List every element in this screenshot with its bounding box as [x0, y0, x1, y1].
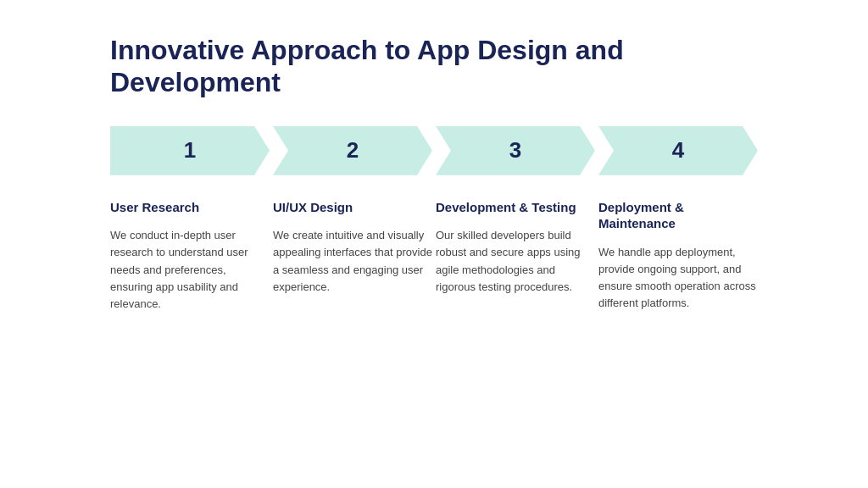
step-desc-3: Our skilled developers build robust and … — [436, 227, 595, 296]
page: Innovative Approach to App Design and De… — [0, 0, 868, 488]
step-desc-4: We handle app deployment, provide ongoin… — [598, 244, 758, 313]
step-desc-2: We create intuitive and visually appeali… — [273, 227, 432, 296]
step-content-4: Deployment & Maintenance We handle app d… — [598, 192, 758, 313]
step-desc-1: We conduct in-depth user research to und… — [110, 227, 270, 313]
arrows-row: 1 2 3 4 — [110, 126, 758, 175]
step-title-4: Deployment & Maintenance — [598, 199, 758, 232]
step-arrow-3: 3 — [436, 126, 595, 175]
step-title-3: Development & Testing — [436, 199, 595, 216]
step-number-3: 3 — [509, 137, 521, 164]
step-title-1: User Research — [110, 199, 270, 216]
step-number-1: 1 — [184, 137, 196, 164]
step-number-4: 4 — [672, 137, 684, 164]
step-arrow-4: 4 — [598, 126, 758, 175]
step-arrow-1: 1 — [110, 126, 270, 175]
content-row: User Research We conduct in-depth user r… — [110, 192, 758, 313]
page-title: Innovative Approach to App Design and De… — [110, 34, 758, 99]
step-number-2: 2 — [347, 137, 359, 164]
step-arrow-2: 2 — [273, 126, 432, 175]
step-content-3: Development & Testing Our skilled develo… — [436, 192, 595, 313]
step-content-1: User Research We conduct in-depth user r… — [110, 192, 270, 313]
step-title-2: UI/UX Design — [273, 199, 432, 216]
step-content-2: UI/UX Design We create intuitive and vis… — [273, 192, 432, 313]
